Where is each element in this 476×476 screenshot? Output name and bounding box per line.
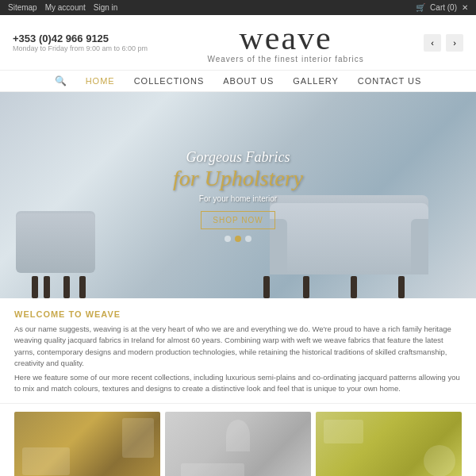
header-contact: +353 (0)42 966 9125 Monday to Friday fro… [13, 33, 148, 52]
brand-logo: weave Weavers of the finest interior fab… [207, 21, 363, 63]
header-controls: ‹ › [424, 34, 463, 52]
welcome-body-1: As our name suggests, weaving is at the … [14, 324, 462, 369]
gallery-row [0, 404, 476, 477]
hero-content: Gorgeous Fabrics for Upholstery For your… [0, 92, 476, 298]
brand-name: weave [207, 21, 363, 55]
gallery-shape-5 [324, 420, 363, 443]
nav-item-gallery[interactable]: GALLERY [293, 76, 339, 86]
gallery-item-1[interactable] [14, 412, 160, 477]
welcome-heading: WELCOME TO WEAVE [14, 309, 462, 319]
next-button[interactable]: › [446, 34, 463, 52]
phone-number: +353 (0)42 966 9125 [13, 33, 148, 44]
welcome-brand: WEAVE [86, 309, 121, 319]
main-nav: 🔍 HOME COLLECTIONS ABOUT US GALLERY CONT… [0, 71, 476, 92]
gallery-shape-2 [122, 418, 154, 458]
welcome-section: WELCOME TO WEAVE As our name suggests, w… [0, 298, 476, 404]
gallery-shape-3 [226, 420, 250, 451]
top-bar-links: Sitemap My account Sign in [8, 3, 117, 12]
top-bar-cart: 🛒 Cart (0) ✕ [416, 3, 468, 12]
gallery-item-3[interactable] [316, 412, 462, 477]
prev-button[interactable]: ‹ [424, 34, 441, 52]
cart-label[interactable]: Cart (0) [430, 3, 457, 12]
my-account-link[interactable]: My account [45, 3, 86, 12]
dot-3[interactable] [245, 236, 251, 242]
gallery-item-2[interactable] [165, 412, 311, 477]
nav-item-about[interactable]: ABOUT US [223, 76, 274, 86]
welcome-body-2: Here we feature some of our more recent … [14, 372, 462, 395]
separator-icon: ✕ [462, 3, 468, 12]
dot-1[interactable] [225, 236, 231, 242]
hero-section: Gorgeous Fabrics for Upholstery For your… [0, 92, 476, 298]
hero-title: for Upholstery [173, 166, 303, 191]
search-icon[interactable]: 🔍 [55, 75, 67, 86]
welcome-prefix: WELCOME TO [14, 309, 86, 319]
nav-item-home[interactable]: HOME [86, 76, 115, 86]
brand-tagline: Weavers of the finest interior fabrics [207, 55, 363, 63]
gallery-shape-6 [424, 445, 455, 477]
phone-hours: Monday to Friday from 9:00 am to 6:00 pm [13, 44, 148, 52]
hero-cta-button[interactable]: SHOP NOW [201, 211, 274, 229]
hero-dots [225, 236, 251, 242]
gallery-shape-4 [181, 463, 244, 477]
sitemap-link[interactable]: Sitemap [8, 3, 37, 12]
site-header: +353 (0)42 966 9125 Monday to Friday fro… [0, 15, 476, 71]
cart-icon: 🛒 [416, 3, 425, 12]
top-bar: Sitemap My account Sign in 🛒 Cart (0) ✕ [0, 0, 476, 15]
dot-2[interactable] [235, 236, 241, 242]
nav-item-contact[interactable]: CONTACT US [358, 76, 422, 86]
hero-subtitle: Gorgeous Fabrics [186, 149, 290, 166]
hero-description: For your home interior [199, 194, 277, 203]
nav-item-collections[interactable]: COLLECTIONS [134, 76, 205, 86]
gallery-shape-1 [22, 447, 70, 475]
sign-in-link[interactable]: Sign in [94, 3, 118, 12]
